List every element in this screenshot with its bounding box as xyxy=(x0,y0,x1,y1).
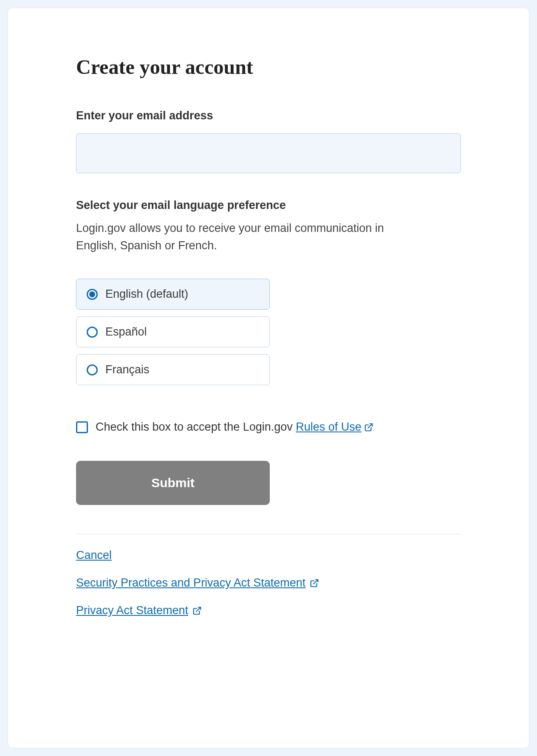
language-radio-group: English (default) Español Français xyxy=(76,279,461,385)
consent-text: Check this box to accept the Login.gov R… xyxy=(96,419,373,435)
email-label: Enter your email address xyxy=(76,109,461,122)
language-helper-text: Login.gov allows you to receive your ema… xyxy=(76,220,424,255)
radio-icon xyxy=(87,327,98,338)
rules-of-use-label: Rules of Use xyxy=(296,419,362,435)
language-option-french[interactable]: Français xyxy=(76,354,270,385)
security-practices-label: Security Practices and Privacy Act State… xyxy=(76,576,305,590)
language-option-label: Español xyxy=(105,325,147,339)
form-card: Create your account Enter your email add… xyxy=(8,8,529,748)
external-link-icon xyxy=(192,606,202,615)
language-option-spanish[interactable]: Español xyxy=(76,316,270,347)
external-link-icon xyxy=(310,578,319,588)
privacy-act-label: Privacy Act Statement xyxy=(76,604,188,617)
page-title: Create your account xyxy=(76,55,461,79)
page-background: Create your account Enter your email add… xyxy=(0,0,537,756)
email-input[interactable] xyxy=(76,133,461,173)
cancel-link[interactable]: Cancel xyxy=(76,549,112,562)
security-practices-link[interactable]: Security Practices and Privacy Act State… xyxy=(76,576,319,590)
external-link-icon xyxy=(364,423,373,432)
radio-icon xyxy=(87,289,98,300)
consent-prefix: Check this box to accept the Login.gov xyxy=(96,420,296,433)
language-section-title: Select your email language preference xyxy=(76,199,461,212)
language-option-label: English (default) xyxy=(105,288,188,301)
consent-row: Check this box to accept the Login.gov R… xyxy=(76,419,461,435)
rules-of-use-link[interactable]: Rules of Use xyxy=(296,419,373,435)
consent-checkbox[interactable] xyxy=(76,421,88,433)
privacy-act-link[interactable]: Privacy Act Statement xyxy=(76,604,202,617)
divider xyxy=(76,534,461,534)
radio-icon xyxy=(87,364,98,375)
cancel-link-label: Cancel xyxy=(76,549,112,562)
footer-links: Cancel Security Practices and Privacy Ac… xyxy=(76,549,461,617)
submit-button[interactable]: Submit xyxy=(76,461,270,505)
language-option-label: Français xyxy=(105,363,150,376)
language-option-english[interactable]: English (default) xyxy=(76,279,270,310)
